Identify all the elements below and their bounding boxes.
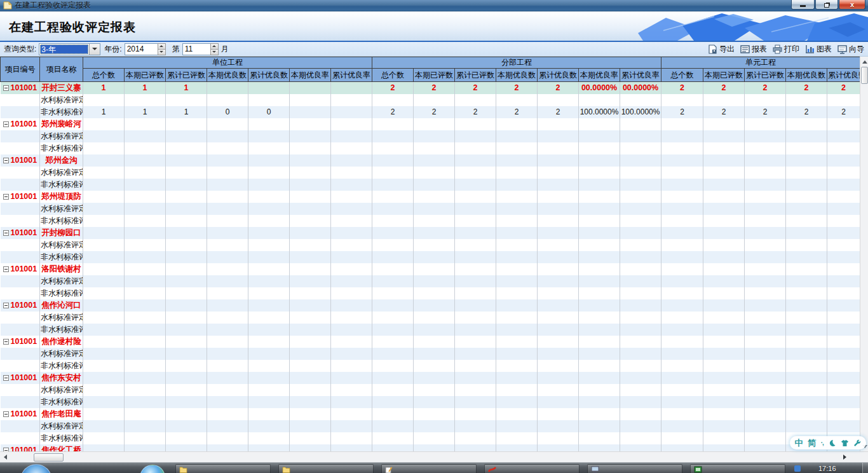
collapse-icon[interactable] — [3, 158, 9, 163]
standard-type-cell: 非水利标准评定 — [40, 142, 83, 154]
moon-icon[interactable] — [828, 439, 836, 447]
standard-type-cell: 非水利标准评定 — [40, 432, 83, 444]
collapse-icon[interactable] — [3, 339, 9, 345]
start-button[interactable] — [20, 464, 52, 473]
month-value[interactable]: 11 — [182, 43, 210, 55]
table-row-project[interactable]: 101001焦作化工桥 — [1, 444, 860, 452]
restore-button[interactable] — [815, 0, 838, 10]
skin-shirt-icon[interactable] — [841, 439, 849, 447]
table-row-sub[interactable]: 非水利标准评定 — [1, 142, 860, 154]
vertical-scrollbar[interactable] — [860, 57, 868, 451]
taskbar-button-folder-1[interactable] — [175, 464, 271, 473]
horizontal-scroll-thumb[interactable] — [34, 453, 64, 462]
table-row-sub[interactable]: 非水利标准评定 — [1, 324, 860, 336]
taskbar-button-green-app[interactable] — [690, 464, 785, 473]
table-row-project[interactable]: 101001郑州裴峪河 — [1, 118, 860, 130]
taskbar-button-computer[interactable] — [587, 464, 682, 473]
chart-button[interactable]: 图表 — [805, 44, 832, 55]
report-button[interactable]: 报表 — [740, 44, 767, 55]
tray-network-icon[interactable] — [794, 465, 801, 472]
year-stepper[interactable]: 2014 — [125, 43, 166, 55]
table-row-sub[interactable]: 非水利标准评定 — [1, 251, 860, 263]
ime-mode-label[interactable]: 简 — [808, 437, 816, 449]
scroll-right-button[interactable] — [840, 453, 849, 462]
close-button[interactable]: x — [839, 0, 865, 10]
print-button[interactable]: 打印 — [773, 44, 799, 55]
table-row-sub[interactable]: 水利标准评定 — [1, 420, 860, 432]
value-cell — [207, 82, 248, 94]
standard-type-cell: 非水利标准评定 — [40, 287, 83, 299]
value-cell — [125, 215, 166, 227]
table-row-sub[interactable]: 水利标准评定 — [1, 167, 860, 179]
year-up-button[interactable] — [158, 44, 165, 49]
value-cell — [290, 251, 331, 263]
collapse-icon[interactable] — [3, 85, 9, 91]
table-row-sub[interactable]: 非水利标准评定 — [1, 396, 860, 408]
table-row-sub[interactable]: 水利标准评定 — [1, 275, 860, 287]
year-value[interactable]: 2014 — [125, 43, 158, 55]
table-row-sub[interactable]: 水利标准评定 — [1, 203, 860, 215]
table-row-sub[interactable]: 非水利标准评定1110022222100.0000%100.0000%22222 — [1, 106, 860, 118]
collapse-icon[interactable] — [3, 230, 9, 236]
table-row-project[interactable]: 101001焦作东安村 — [1, 372, 860, 384]
show-desktop-button[interactable] — [862, 463, 868, 473]
value-cell — [538, 336, 579, 348]
table-row-sub[interactable]: 水利标准评定 — [1, 312, 860, 324]
combo-dropdown-button[interactable] — [89, 44, 100, 55]
table-row-sub[interactable]: 非水利标准评定 — [1, 215, 860, 227]
table-row-sub[interactable]: 非水利标准评定 — [1, 287, 860, 299]
table-row-sub[interactable]: 非水利标准评定 — [1, 432, 860, 444]
column-header-code: 项目编号 — [1, 57, 40, 82]
collapse-icon[interactable] — [3, 411, 9, 417]
table-row-sub[interactable]: 非水利标准评定 — [1, 360, 860, 372]
month-down-button[interactable] — [211, 49, 218, 55]
value-cell — [207, 118, 248, 130]
browser-icon[interactable] — [140, 465, 165, 473]
wizard-button[interactable]: 向导 — [837, 44, 864, 55]
value-cell — [661, 239, 703, 251]
project-name-cell: 开封三义寨 — [40, 82, 83, 94]
table-row-project[interactable]: 101001焦作沁河口 — [1, 299, 860, 312]
table-row-project[interactable]: 101001郑州金沟 — [1, 154, 860, 167]
wrench-icon[interactable] — [853, 439, 861, 447]
table-row-sub[interactable]: 水利标准评定 — [1, 384, 860, 396]
export-button[interactable]: 导出 — [708, 44, 735, 55]
table-row-sub[interactable]: 水利标准评定 — [1, 239, 860, 251]
table-row-project[interactable]: 101001洛阳铁谢村 — [1, 263, 860, 275]
collapse-icon[interactable] — [3, 194, 9, 200]
taskbar-clock[interactable]: 17:16 — [818, 465, 836, 472]
taskbar-button-red-app[interactable] — [484, 464, 580, 473]
month-up-button[interactable] — [211, 44, 218, 49]
table-row-sub[interactable]: 非水利标准评定 — [1, 179, 860, 191]
value-cell — [290, 106, 331, 118]
scroll-left-button[interactable] — [1, 453, 10, 462]
table-row-project[interactable]: 101001焦作逯村险 — [1, 336, 860, 348]
ime-language-bar[interactable]: 中 简 ·, — [790, 436, 866, 449]
taskbar-button-folder-2[interactable] — [278, 464, 374, 473]
collapse-icon[interactable] — [3, 121, 9, 127]
collapse-icon[interactable] — [3, 303, 9, 308]
table-row-project[interactable]: 101001郑州堤顶防 — [1, 191, 860, 203]
table-row-project[interactable]: 101001开封柳园口 — [1, 227, 860, 239]
collapse-icon[interactable] — [3, 266, 9, 272]
minimize-button[interactable] — [791, 0, 815, 10]
project-code-cell — [1, 239, 40, 251]
horizontal-scrollbar[interactable] — [0, 451, 868, 462]
month-stepper[interactable]: 11 — [182, 43, 219, 55]
ime-punct-label[interactable]: ·, — [821, 439, 824, 446]
table-row-sub[interactable]: 水利标准评定 — [1, 130, 860, 142]
table-row-project[interactable]: 101001焦作老田庵 — [1, 408, 860, 420]
table-row-project[interactable]: 101001开封三义寨1112222200.0000%00.0000%22222 — [1, 82, 860, 94]
query-type-select[interactable]: 3-年 — [39, 43, 100, 55]
table-row-sub[interactable]: 水利标准评定 — [1, 94, 860, 106]
value-cell — [455, 191, 496, 203]
project-name-cell: 焦作逯村险 — [40, 336, 83, 348]
taskbar-button-document[interactable] — [381, 464, 477, 473]
scroll-up-button[interactable] — [861, 57, 868, 66]
vertical-scroll-thumb[interactable] — [861, 67, 868, 84]
collapse-icon[interactable] — [3, 375, 9, 381]
table-row-sub[interactable]: 水利标准评定 — [1, 348, 860, 360]
value-cell — [372, 432, 414, 444]
year-down-button[interactable] — [158, 49, 165, 55]
ime-lang-label[interactable]: 中 — [795, 437, 803, 449]
